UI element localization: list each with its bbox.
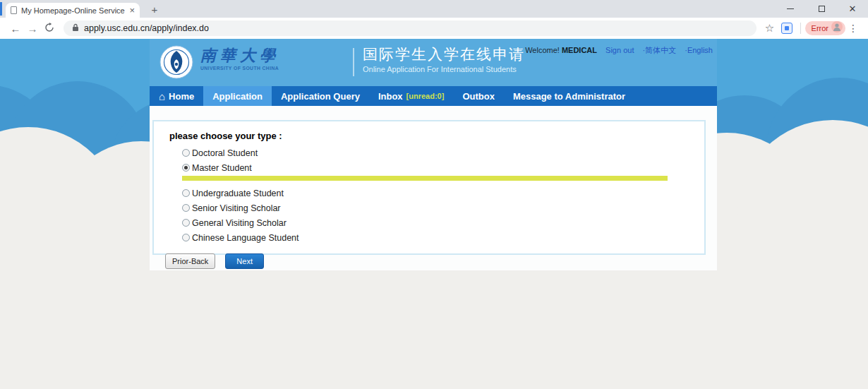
nav-item-home[interactable]: ⌂ Home [150,86,203,106]
maximize-button[interactable] [806,0,837,18]
page-background: 南華大學 UNIVERSITY OF SOUTH CHINA 国际学生入学在线申… [0,39,868,389]
radio-icon[interactable] [182,234,190,241]
form-title: please choose your type : [169,131,704,141]
page-icon [11,6,17,14]
address-bar: ← → apply.usc.edu.cn/apply/index.do ☆ Er… [0,18,868,39]
radio-option-undergraduate-student[interactable]: Undergraduate Student [182,186,704,201]
user-bar: Welcome! MEDICAL Sign out ·简体中文 ·English [525,45,713,56]
radio-icon[interactable] [182,219,190,227]
lang-simplified-chinese-link[interactable]: ·简体中文 [643,46,677,54]
browser-window: My Homepage-Online Service × + ✕ ← → app… [0,0,868,389]
university-name-cn: 南華大學 [200,47,279,64]
username: MEDICAL [562,46,597,54]
window-edge-accent [0,2,2,16]
minimize-button[interactable] [775,0,806,18]
error-label: Error [812,24,828,32]
url-input[interactable]: apply.usc.edu.cn/apply/index.do [64,20,757,36]
browser-menu-icon[interactable]: ⋮ [845,23,861,34]
radio-option-general-visiting-scholar[interactable]: General Visiting Scholar [182,215,704,230]
radio-option-senior-visiting-scholar[interactable]: Senior Visiting Scholar [182,201,704,215]
bookmark-star-icon[interactable]: ☆ [762,22,778,35]
lock-icon[interactable] [72,22,79,35]
tab-title: My Homepage-Online Service [21,6,125,15]
content-area: please choose your type : Doctoral Stude… [150,106,717,270]
highlight-marker [182,176,668,181]
nav-item-application[interactable]: Application [203,86,272,106]
radio-option-doctoral-student[interactable]: Doctoral Student [182,145,704,160]
radio-option-master-student[interactable]: Master Student [182,160,704,175]
main-navigation: ⌂ Home Application Application Query Inb… [150,86,717,106]
nav-item-message-to-administrator[interactable]: Message to Administrator [504,86,634,106]
prior-back-button[interactable]: Prior-Back [165,253,215,269]
header-divider [353,48,354,76]
avatar-icon [831,21,843,35]
nav-item-inbox[interactable]: Inbox [unread:0] [369,86,453,106]
toolbar-divider [800,23,801,34]
minimize-icon [787,8,794,9]
type-options: Doctoral Student Master Student Undergra… [182,145,704,245]
tab-strip: My Homepage-Online Service × + ✕ [0,0,868,18]
forward-icon[interactable]: → [24,23,41,35]
tab-close-icon[interactable]: × [129,6,135,15]
home-icon: ⌂ [159,91,165,102]
site-container: 南華大學 UNIVERSITY OF SOUTH CHINA 国际学生入学在线申… [150,39,717,270]
window-controls: ✕ [775,0,868,18]
close-icon: ✕ [849,4,857,13]
next-button[interactable]: Next [225,253,264,269]
welcome-text: Welcome! [525,46,560,54]
site-header: 南華大學 UNIVERSITY OF SOUTH CHINA 国际学生入学在线申… [150,39,717,86]
radio-icon-checked[interactable] [182,164,190,172]
site-title: 国际学生入学在线申请 Online Application For Intern… [363,45,525,73]
university-name-en: UNIVERSITY OF SOUTH CHINA [200,66,279,71]
back-icon[interactable]: ← [7,23,24,35]
university-name: 南華大學 UNIVERSITY OF SOUTH CHINA [200,47,279,71]
type-selection-panel: please choose your type : Doctoral Stude… [152,120,706,255]
site-title-en: Online Application For International Stu… [363,65,525,73]
nav-item-application-query[interactable]: Application Query [272,86,369,106]
extension-icon[interactable] [781,23,792,34]
radio-icon[interactable] [182,149,190,157]
radio-icon[interactable] [182,189,190,197]
profile-error-badge[interactable]: Error [805,21,845,35]
browser-tab[interactable]: My Homepage-Online Service × [6,3,140,18]
university-logo [159,45,193,79]
radio-option-chinese-language-student[interactable]: Chinese Language Student [182,230,704,245]
reload-icon[interactable] [41,23,58,35]
nav-item-outbox[interactable]: Outbox [453,86,504,106]
form-buttons: Prior-Back Next [165,253,704,269]
site-title-cn: 国际学生入学在线申请 [363,45,525,63]
radio-icon[interactable] [182,204,190,212]
sign-out-link[interactable]: Sign out [605,46,634,54]
inbox-unread-count: [unread:0] [406,92,445,100]
lang-english-link[interactable]: ·English [685,46,713,54]
maximize-icon [819,6,825,12]
close-button[interactable]: ✕ [837,0,868,18]
new-tab-button[interactable]: + [145,3,164,18]
url-text: apply.usc.edu.cn/apply/index.do [84,23,209,33]
